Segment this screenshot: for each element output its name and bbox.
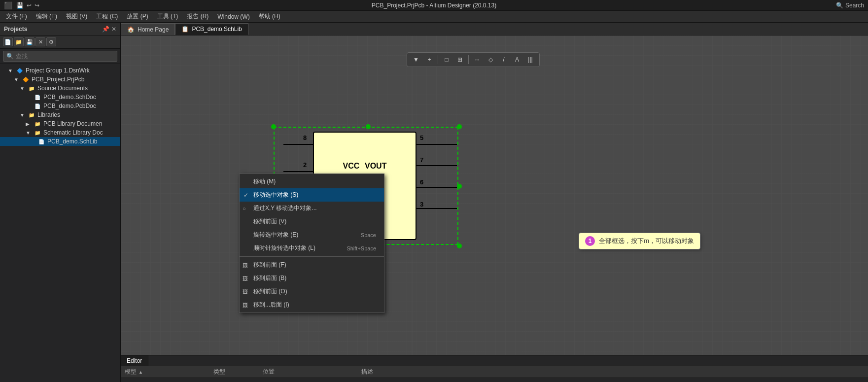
sidebar-item-sch-lib-doc[interactable]: ▼ 📁 Schematic Library Doc [0,128,120,137]
ctx-to-back2-label: 移到...后面 (I) [253,301,289,309]
pcb-lib-label: PCB Library Documen [43,120,102,127]
sel-handle-mr[interactable] [457,184,462,189]
menu-project[interactable]: 工程 (C) [92,11,122,22]
tab-home[interactable]: 🏠 Home Page [121,23,175,35]
schematic-canvas[interactable]: VCC VOUT CAP+ OSC CAP- LV SD GND 8 2 5 7… [121,35,868,355]
connector-line-osc [417,165,457,166]
pin-num-6: 6 [420,178,423,186]
pin-vcc-label: VCC [343,161,365,172]
ctx-to-back2[interactable]: 🖼 移到...后面 (I) [240,298,384,312]
tab-schlib[interactable]: 📋 PCB_demo.SchLib [175,23,248,35]
sidebar-item-libraries[interactable]: ▼ 📁 Libraries [0,110,120,119]
menu-place[interactable]: 放置 (P) [123,11,152,22]
ctx-move[interactable]: 移动 (M) [240,175,384,188]
menu-edit[interactable]: 编辑 (E) [32,11,61,22]
float-toolbar: ▼ + □ ⊞ ↔ ◇ / A ||| [407,52,540,67]
new-file-button[interactable]: 📄 [3,37,13,46]
sidebar-item-sch-doc[interactable]: 📄 PCB_demo.SchDoc [0,93,120,102]
draw-button[interactable]: / [498,54,510,65]
open-folder-button[interactable]: 📁 [14,37,24,46]
search-icon: 🔍 [836,2,843,9]
move-button[interactable]: ↔ [471,54,483,65]
title-search[interactable]: 🔍 Search [836,2,864,9]
text-button[interactable]: A [511,54,523,65]
sidebar-item-pcb-doc[interactable]: 📄 PCB_demo.PcbDoc [0,102,120,110]
ctx-move-label: 移动 (M) [253,177,276,186]
select-button[interactable]: □ [441,54,452,65]
folder-icon: 📁 [29,112,35,118]
sidebar-close-icon[interactable]: ✕ [111,26,116,33]
menu-view[interactable]: 视图 (V) [62,11,91,22]
sidebar-item-sch-lib-file[interactable]: 📄 PCB_demo.SchLib [0,137,120,146]
ctx-to-front2-label: 移到前面 (O) [253,287,287,296]
bottom-panel-tabs: Editor [121,355,868,366]
pin-num-8: 8 [303,134,307,141]
shape-button[interactable]: ◇ [485,54,496,65]
pcb-project-label: PCB_Project.PrjPcb [32,76,84,83]
sidebar-item-source-docs[interactable]: ▼ 📁 Source Documents [0,84,120,93]
search-input[interactable] [16,53,114,60]
table-button[interactable]: ||| [524,54,536,65]
context-menu: 移动 (M) ✓ 移动选中对象 (S) ○ 通过X,Y 移动选中对象... 移到… [239,174,384,313]
save-icon[interactable]: 💾 [16,2,24,9]
sidebar-controls: 📌 ✕ [102,26,116,33]
menu-tools[interactable]: 工具 (T) [153,11,182,22]
tooltip-number: 1 [585,236,595,246]
tooltip-bubble: 1 全部框选，按下m，可以移动对象 [579,233,700,249]
file-spacer [30,139,36,144]
add-button[interactable]: + [423,54,435,65]
folder-icon: 📁 [35,121,41,127]
sch-doc-label: PCB_demo.SchDoc [43,94,96,101]
close-button[interactable]: ✕ [35,37,45,46]
ctx-img-icon-1: 🖼 [243,262,248,268]
tab-editor[interactable]: Editor [121,355,148,366]
ctx-to-front2[interactable]: 🖼 移到前面 (O) [240,285,384,298]
menu-bar: 文件 (F) 编辑 (E) 视图 (V) 工程 (C) 放置 (P) 工具 (T… [0,11,868,23]
sel-handle-tm[interactable] [366,124,371,129]
group-button[interactable]: ⊞ [454,54,466,65]
menu-help[interactable]: 帮助 (H) [255,11,284,22]
pin-vout-label: VOUT [365,161,386,172]
search-icon: 🔍 [6,53,14,60]
ctx-move-selected[interactable]: ✓ 移动选中对象 (S) [240,188,384,202]
search-input-wrap[interactable]: 🔍 [3,51,117,62]
menu-file[interactable]: 文件 (F) [2,11,31,22]
expand-icon: ▼ [14,77,21,82]
folder-icon: 📁 [29,86,35,91]
menu-window[interactable]: Window (W) [213,12,253,21]
toolbar-divider-2 [468,55,469,64]
ctx-to-front[interactable]: 🖼 移到前面 (F) [240,258,384,272]
sel-handle-br[interactable] [457,243,462,248]
sel-handle-tl[interactable] [271,124,276,129]
ctx-bring-front[interactable]: 移到前面 (V) [240,215,384,228]
tab-schlib-label: PCB_demo.SchLib [192,26,242,33]
ctx-rotate[interactable]: 旋转选中对象 (E) Space [240,228,384,242]
redo-icon[interactable]: ↪ [35,2,39,9]
ctx-rotate-shortcut: Space [361,232,376,238]
menu-report[interactable]: 报告 (R) [183,11,212,22]
title-bar: ⬛ 💾 ↩ ↪ PCB_Project.PrjPcb - Altium Desi… [0,0,868,11]
sidebar-toolbar: 📄 📁 💾 ✕ ⚙ [0,35,120,49]
ctx-separator [240,256,384,257]
ctx-rotate-cw[interactable]: 顺时针旋转选中对象 (L) Shift+Space [240,242,384,255]
ctx-to-back[interactable]: 🖼 移到后面 (B) [240,272,384,285]
undo-icon[interactable]: ↩ [27,2,32,9]
sidebar-item-project-group[interactable]: ▼ 🔷 Project Group 1.DsnWrk [0,66,120,75]
sidebar-item-pcb-lib[interactable]: ▶ 📁 PCB Library Documen [0,119,120,128]
search-label: Search [845,2,864,9]
pin-num-2: 2 [303,161,307,169]
pcb-project-icon: 🔶 [23,77,30,82]
project-tree: ▼ 🔷 Project Group 1.DsnWrk ▼ 🔶 PCB_Proje… [0,64,120,382]
filter-button[interactable]: ▼ [410,54,422,65]
col-model-sort[interactable]: ▲ [139,370,143,375]
connector-line-gnd [417,208,457,209]
sidebar-item-pcb-project[interactable]: ▼ 🔶 PCB_Project.PrjPcb [0,75,120,84]
file-spacer [26,104,33,109]
ctx-check-icon: ✓ [243,192,248,199]
sel-handle-tr[interactable] [457,124,462,129]
sidebar-pin-icon[interactable]: 📌 [102,26,109,33]
save-button[interactable]: 💾 [25,37,35,46]
connector-line-vout [417,144,457,145]
settings-button[interactable]: ⚙ [46,37,56,46]
ctx-move-xy[interactable]: ○ 通过X,Y 移动选中对象... [240,202,384,215]
